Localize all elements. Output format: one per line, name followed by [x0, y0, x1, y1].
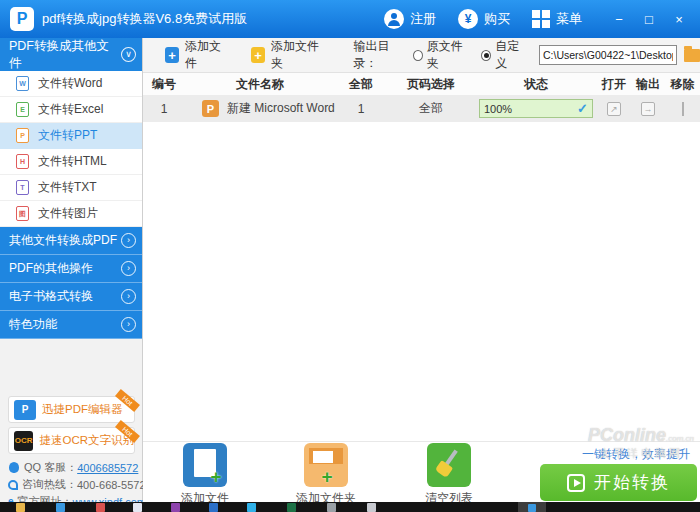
sidebar-section-special[interactable]: 特色功能 ›: [0, 311, 142, 339]
promo-pdf-editor[interactable]: P 迅捷PDF编辑器 Hot: [8, 396, 135, 423]
sidebar-item-word[interactable]: W 文件转Word: [0, 71, 142, 97]
contact-hotline: 咨询热线： 400-668-5572: [8, 476, 143, 493]
add-folder-icon: +: [251, 47, 265, 63]
add-file-label: 添加文件: [185, 38, 227, 72]
taskbar-app-icon[interactable]: [171, 503, 180, 512]
taskbar-app-icon[interactable]: [287, 503, 296, 512]
add-folder-big-button[interactable]: + 添加文件夹: [296, 443, 356, 507]
play-icon: [567, 474, 585, 492]
taskbar-app-icon[interactable]: [367, 503, 376, 512]
open-file-icon[interactable]: ↗: [607, 102, 621, 116]
register-label: 注册: [410, 10, 436, 28]
user-icon: [384, 9, 404, 29]
item-label: 文件转Excel: [38, 101, 103, 118]
promo-label: 捷速OCR文字识别: [39, 433, 134, 448]
radio-custom[interactable]: [481, 50, 491, 61]
add-folder-big-icon: +: [304, 443, 348, 487]
item-label: 文件转图片: [38, 205, 98, 222]
headset-icon: [8, 479, 18, 491]
item-label: 文件转TXT: [38, 179, 97, 196]
radio-custom-label[interactable]: 自定义: [495, 38, 527, 72]
window-title: pdf转换成jpg转换器V6.8免费试用版: [42, 10, 247, 28]
col-filename: 文件名称: [185, 76, 335, 93]
radio-original-folder[interactable]: [413, 50, 423, 61]
taskbar-app-icon[interactable]: [209, 503, 218, 512]
minimize-button[interactable]: −: [604, 6, 634, 32]
add-file-big-button[interactable]: + 添加文件: [175, 443, 235, 507]
sidebar-item-txt[interactable]: T 文件转TXT: [0, 175, 142, 201]
taskbar-active-app[interactable]: [518, 502, 546, 512]
clear-list-big-button[interactable]: 清空列表: [419, 443, 479, 507]
chevron-right-icon: ›: [121, 289, 136, 304]
html-file-icon: H: [16, 154, 29, 169]
contact-label: QQ 客服：: [24, 460, 77, 475]
word-file-icon: W: [16, 76, 29, 91]
item-label: 文件转HTML: [38, 153, 107, 170]
qq-link[interactable]: 4006685572: [77, 462, 138, 474]
row-index: 1: [143, 102, 185, 116]
title-bar: P pdf转换成jpg转换器V6.8免费试用版 注册 ¥ 购买 菜单 − □ ×: [0, 0, 700, 38]
sidebar-section-other-to-pdf[interactable]: 其他文件转换成PDF ›: [0, 227, 142, 255]
add-folder-label: 添加文件夹: [271, 38, 324, 72]
trash-icon[interactable]: [682, 102, 684, 116]
page-count: 1: [335, 102, 387, 116]
clear-list-icon: [427, 443, 471, 487]
yen-icon: ¥: [458, 9, 478, 29]
toolbar: + 添加文件 + 添加文件夹 输出目录： 原文件夹 自定义: [143, 38, 700, 73]
add-folder-button[interactable]: + 添加文件夹: [251, 38, 324, 72]
taskbar-app-icon[interactable]: [327, 503, 336, 512]
table-row: 1 P 新建 Microsoft Word 文档.pdf 1 全部 100% ✓…: [143, 95, 700, 122]
contact-qq: QQ 客服： 4006685572: [8, 459, 143, 476]
add-file-big-icon: +: [183, 443, 227, 487]
add-file-icon: +: [165, 47, 179, 63]
progress-bar: 100% ✓: [479, 99, 593, 118]
item-label: 文件转Word: [38, 75, 102, 92]
register-button[interactable]: 注册: [384, 9, 436, 29]
sidebar-section-pdf-other-ops[interactable]: PDF的其他操作 ›: [0, 255, 142, 283]
sidebar-item-html[interactable]: H 文件转HTML: [0, 149, 142, 175]
sidebar-section-pdf-to-other[interactable]: PDF转换成其他文件 ∨: [0, 38, 142, 71]
app-window: P pdf转换成jpg转换器V6.8免费试用版 注册 ¥ 购买 菜单 − □ ×: [0, 0, 700, 512]
file-name: 新建 Microsoft Word 文档.pdf: [227, 100, 335, 117]
start-convert-button[interactable]: 开始转换: [540, 464, 697, 501]
radio-original-label[interactable]: 原文件夹: [427, 38, 470, 72]
taskbar-app-icon[interactable]: [96, 503, 105, 512]
section-label: 特色功能: [9, 316, 57, 333]
taskbar-app-icon[interactable]: [56, 503, 65, 512]
col-total: 全部: [335, 76, 387, 93]
txt-file-icon: T: [16, 180, 29, 195]
promo-ocr[interactable]: OCR 捷速OCR文字识别 Hot: [8, 427, 135, 454]
sidebar-section-ebook[interactable]: 电子书格式转换 ›: [0, 283, 142, 311]
col-index: 编号: [143, 76, 185, 93]
close-button[interactable]: ×: [664, 6, 694, 32]
sidebar-item-ppt[interactable]: P 文件转PPT: [0, 123, 142, 149]
output-dir-label: 输出目录：: [354, 38, 407, 72]
table-header: 编号 文件名称 全部 页码选择 状态 打开 输出 移除: [143, 73, 700, 95]
contact-label: 咨询热线：: [22, 477, 77, 492]
output-path-input[interactable]: [539, 45, 677, 65]
check-icon: ✓: [577, 101, 588, 116]
taskbar-folder-icon[interactable]: [16, 503, 25, 512]
menu-button[interactable]: 菜单: [532, 10, 582, 28]
chevron-right-icon: ›: [121, 261, 136, 276]
page-select-value[interactable]: 全部: [387, 100, 475, 117]
output-file-icon[interactable]: →: [641, 102, 655, 116]
main-panel: + 添加文件 + 添加文件夹 输出目录： 原文件夹 自定义 编号 文件名称: [143, 38, 700, 512]
chevron-right-icon: ›: [121, 233, 136, 248]
buy-button[interactable]: ¥ 购买: [458, 9, 510, 29]
taskbar-app-icon[interactable]: [133, 503, 142, 512]
promo-label: 迅捷PDF编辑器: [42, 402, 123, 417]
pdf-editor-icon: P: [14, 400, 36, 420]
col-status: 状态: [475, 76, 597, 93]
pdf-file-badge: P: [202, 100, 219, 117]
chevron-right-icon: ›: [121, 317, 136, 332]
add-file-button[interactable]: + 添加文件: [165, 38, 227, 72]
item-label: 文件转PPT: [38, 127, 97, 144]
section-label: 电子书格式转换: [9, 288, 93, 305]
browse-folder-icon[interactable]: [684, 49, 700, 62]
sidebar-item-image[interactable]: 图 文件转图片: [0, 201, 142, 227]
sidebar-item-excel[interactable]: E 文件转Excel: [0, 97, 142, 123]
taskbar-app-icon[interactable]: [247, 503, 256, 512]
windows-taskbar[interactable]: [0, 502, 700, 512]
maximize-button[interactable]: □: [634, 6, 664, 32]
